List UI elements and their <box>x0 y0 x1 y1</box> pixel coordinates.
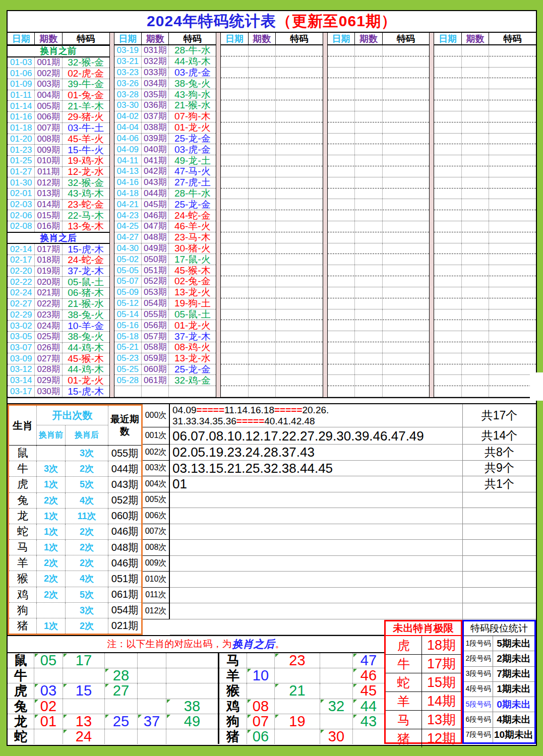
empty-date-cell <box>328 265 355 276</box>
empty-row <box>434 353 536 364</box>
segment-value: 5期未出 <box>493 636 534 651</box>
special-code-cell: 37-龙-木 <box>169 331 216 342</box>
empty-period-cell <box>249 232 276 243</box>
empty-period-cell <box>355 100 382 111</box>
zodiac-number-row: 鸡083244 <box>219 699 384 714</box>
period-cell: 025期 <box>35 332 62 342</box>
empty-period-cell <box>249 265 276 276</box>
result-row: 04-18044期28-牛-水 <box>114 188 216 200</box>
times-numbers-cell <box>170 540 462 556</box>
empty-date-cell <box>328 111 355 122</box>
empty-row <box>434 364 536 375</box>
empty-code-cell <box>489 375 536 386</box>
period-cell: 050期 <box>142 254 169 265</box>
result-row: 04-09040期03-虎-金 <box>114 144 216 155</box>
empty-code-cell <box>276 210 323 221</box>
segment-label: 3段号码 <box>464 667 493 681</box>
table-header-row: 日期期数特码 <box>328 33 430 45</box>
empty-row <box>221 243 323 255</box>
empty-code-cell <box>383 56 430 67</box>
empty-period-cell <box>462 144 489 155</box>
empty-period-cell <box>355 68 382 78</box>
empty-date-cell <box>434 276 461 287</box>
empty-row <box>434 45 536 56</box>
date-cell: 05-18 <box>114 331 142 342</box>
result-row: 04-16043期27-虎-土 <box>114 177 216 188</box>
empty-period-cell <box>249 56 276 67</box>
empty-row <box>328 89 430 100</box>
zodiac-name: 龙 <box>8 714 34 729</box>
empty-period-cell <box>249 45 276 56</box>
empty-date-cell <box>221 188 248 199</box>
period-cell: 026期 <box>35 343 62 353</box>
empty-date-cell <box>434 45 461 56</box>
period-cell: 030期 <box>35 386 62 397</box>
special-code-cell: 39-牛-金 <box>63 79 109 90</box>
empty-row <box>221 188 323 200</box>
empty-period-cell <box>249 320 276 331</box>
red-equals: ===== <box>274 405 302 415</box>
result-row: 03-12028期44-鸡-木 <box>8 364 109 375</box>
segment-row: 5段号码0期未出 <box>464 697 534 712</box>
empty-code-cell <box>489 342 536 353</box>
header-zodiac: 生肖 <box>9 406 37 445</box>
segment-row: 2段号码2期未出 <box>464 651 534 666</box>
empty-row <box>221 364 323 375</box>
special-code-cell: 13-兔-木 <box>63 221 109 232</box>
empty-date-cell <box>434 100 461 111</box>
zodiac-stats-row: 猪1次2次021期 <box>9 618 141 634</box>
zodiac-name: 蛇 <box>9 524 37 539</box>
column-header-date: 日期 <box>434 33 461 44</box>
empty-period-cell <box>355 232 382 243</box>
column-header-period: 期数 <box>142 33 169 44</box>
empty-row <box>328 177 430 188</box>
result-row: 03-30036期21-猴-水 <box>114 100 216 111</box>
date-cell: 02-08 <box>8 221 35 232</box>
empty-row <box>328 276 430 287</box>
date-cell: 04-25 <box>114 221 142 232</box>
empty-period-cell <box>462 188 489 199</box>
empty-period-cell <box>249 122 276 133</box>
empty-period-cell <box>249 298 276 309</box>
zodiac-number-cell: 02 <box>34 699 63 714</box>
period-cell: 028期 <box>35 364 62 375</box>
result-row: 04-23046期24-蛇-金 <box>114 210 216 221</box>
empty-row <box>434 89 536 100</box>
empty-date-cell <box>434 155 461 166</box>
empty-code-cell <box>383 221 430 232</box>
empty-code-cell <box>276 342 323 353</box>
result-row: 03-09027期45-猴-木 <box>8 353 109 364</box>
empty-date-cell <box>434 254 461 265</box>
statistics-section: 生肖开出次数换肖前换肖后最近期数鼠3次055期牛3次2次044期虎1次5次043… <box>8 403 536 745</box>
empty-code-cell <box>489 276 536 287</box>
result-row: 02-27022期21-猴-水 <box>8 299 109 310</box>
times-after: 3次 <box>66 446 108 461</box>
empty-code-cell <box>489 188 536 199</box>
times-total: 共9个 <box>463 461 536 477</box>
times-before: 2次 <box>37 587 66 602</box>
right-edge-white-patch <box>530 372 543 401</box>
times-numbers: 03.13.15.21.25.32.38.44.45 <box>170 461 462 475</box>
times-after: 5次 <box>66 587 108 602</box>
empty-date-cell <box>221 287 248 298</box>
recent-period: 021期 <box>108 618 141 634</box>
period-group-5: 日期期数特码 <box>434 33 536 397</box>
special-code-cell: 43-鸡-木 <box>63 188 109 199</box>
times-before: 1次 <box>37 509 66 524</box>
times-numbers: 01 <box>170 477 462 491</box>
segment-label: 1段号码 <box>464 636 493 651</box>
special-code-cell: 32-鸡-金 <box>169 375 216 386</box>
empty-row <box>434 386 536 397</box>
missing-limit-row: 蛇15期 <box>386 673 461 692</box>
empty-date-cell <box>328 68 355 78</box>
empty-row <box>328 254 430 265</box>
empty-row <box>221 100 323 111</box>
period-cell: 032期 <box>142 56 169 67</box>
special-code-cell: 13-龙-火 <box>169 287 216 298</box>
empty-period-cell <box>355 254 382 265</box>
missing-limit-row: 羊14期 <box>386 692 461 711</box>
period-cell: 008期 <box>35 134 62 145</box>
times-total: 共17个 <box>463 404 536 427</box>
zodiac-number-cell-empty <box>353 729 384 744</box>
special-code-cell: 08-鸡-火 <box>169 342 216 353</box>
